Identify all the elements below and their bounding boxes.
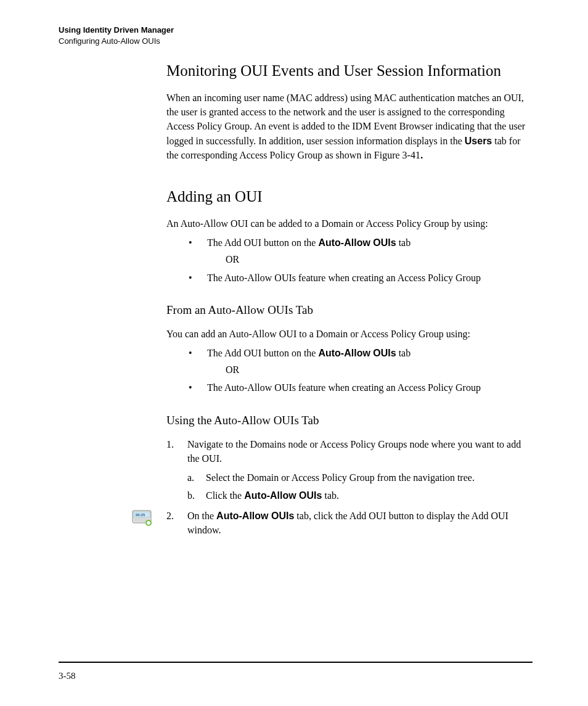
section-adding-oui-intro: An Auto-Allow OUI can be added to a Doma… — [166, 216, 533, 231]
adding-oui-bullets: The Add OUI button on the Auto-Allow OUI… — [166, 236, 533, 250]
add-oui-icon: 00:25 — [132, 509, 153, 527]
header-subtitle: Configuring Auto-Allow OUIs — [59, 36, 533, 47]
list-item: The Add OUI button on the Auto-Allow OUI… — [166, 236, 533, 250]
footer-rule — [59, 662, 533, 663]
list-item: The Auto-Allow OUIs feature when creatin… — [166, 380, 533, 395]
subheading-from-tab: From an Auto-Allow OUIs Tab — [166, 303, 533, 317]
from-tab-intro: You can add an Auto-Allow OUI to a Domai… — [166, 327, 533, 341]
step-1-substeps: a. Select the Domain or Access Policy Gr… — [187, 470, 533, 503]
svg-text:00:25: 00:25 — [136, 513, 145, 517]
list-item: The Add OUI button on the Auto-Allow OUI… — [166, 346, 533, 360]
step-2: 00:25 On the Auto-Allow OUIs tab, click … — [166, 509, 533, 537]
subheading-using-tab: Using the Auto-Allow OUIs Tab — [166, 414, 533, 427]
running-header: Using Identity Driven Manager Configurin… — [59, 25, 533, 46]
main-content: Monitoring OUI Events and User Session I… — [166, 62, 533, 538]
header-title: Using Identity Driven Manager — [59, 25, 533, 36]
using-tab-steps: Navigate to the Domains node or Access P… — [166, 437, 533, 538]
section-monitoring-paragraph: When an incoming user name (MAC address)… — [166, 91, 533, 162]
list-item: The Auto-Allow OUIs feature when creatin… — [166, 271, 533, 285]
from-tab-bullets-2: The Auto-Allow OUIs feature when creatin… — [166, 380, 533, 395]
from-tab-bullets: The Add OUI button on the Auto-Allow OUI… — [166, 346, 533, 360]
substep-b: b. Click the Auto-Allow OUIs tab. — [187, 488, 533, 503]
section-adding-oui-title: Adding an OUI — [166, 188, 533, 205]
adding-oui-bullets-2: The Auto-Allow OUIs feature when creatin… — [166, 271, 533, 285]
step-1: Navigate to the Domains node or Access P… — [166, 437, 533, 503]
svg-rect-6 — [147, 522, 150, 524]
section-monitoring-title: Monitoring OUI Events and User Session I… — [166, 62, 533, 80]
substep-a: a. Select the Domain or Access Policy Gr… — [187, 470, 533, 485]
or-separator: OR — [226, 252, 533, 266]
page-number: 3-58 — [59, 671, 76, 681]
or-separator: OR — [226, 363, 533, 377]
